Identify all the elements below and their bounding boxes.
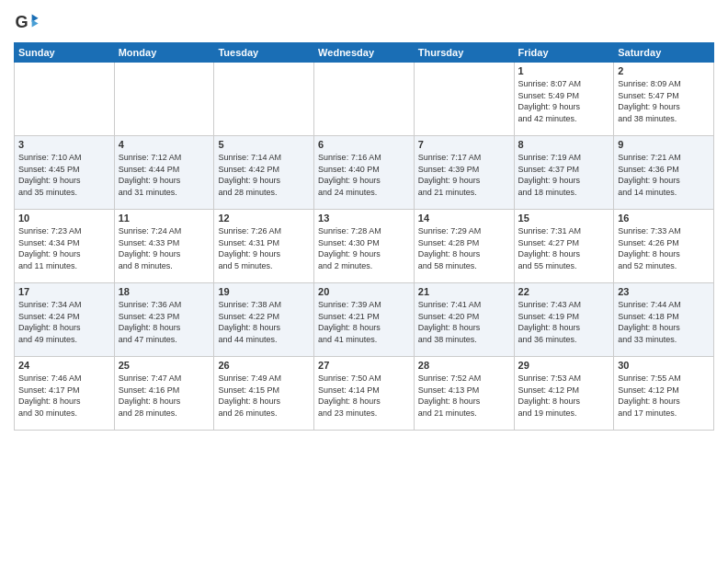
calendar-cell: 7Sunrise: 7:17 AM Sunset: 4:39 PM Daylig… (414, 136, 514, 210)
day-header-sunday: Sunday (15, 43, 115, 63)
day-header-tuesday: Tuesday (214, 43, 314, 63)
day-number: 5 (218, 139, 310, 150)
day-header-friday: Friday (514, 43, 614, 63)
day-header-thursday: Thursday (414, 43, 514, 63)
calendar-cell (414, 63, 514, 136)
calendar-table: SundayMondayTuesdayWednesdayThursdayFrid… (14, 42, 714, 431)
day-number: 15 (518, 213, 610, 224)
day-info: Sunrise: 7:39 AM Sunset: 4:21 PM Dayligh… (318, 299, 410, 345)
calendar-cell: 5Sunrise: 7:14 AM Sunset: 4:42 PM Daylig… (214, 136, 314, 210)
day-info: Sunrise: 7:47 AM Sunset: 4:16 PM Dayligh… (119, 373, 210, 419)
day-info: Sunrise: 7:49 AM Sunset: 4:15 PM Dayligh… (218, 373, 310, 419)
calendar-cell: 18Sunrise: 7:36 AM Sunset: 4:23 PM Dayli… (114, 283, 214, 357)
day-number: 30 (618, 360, 710, 371)
calendar-cell: 9Sunrise: 7:21 AM Sunset: 4:36 PM Daylig… (614, 136, 714, 210)
calendar-cell: 17Sunrise: 7:34 AM Sunset: 4:24 PM Dayli… (15, 283, 115, 357)
day-number: 24 (18, 360, 110, 371)
day-info: Sunrise: 7:31 AM Sunset: 4:27 PM Dayligh… (518, 225, 610, 271)
day-number: 13 (318, 213, 410, 224)
calendar-cell: 21Sunrise: 7:41 AM Sunset: 4:20 PM Dayli… (414, 283, 514, 357)
calendar-cell: 12Sunrise: 7:26 AM Sunset: 4:31 PM Dayli… (214, 210, 314, 283)
week-row-4: 24Sunrise: 7:46 AM Sunset: 4:17 PM Dayli… (15, 357, 714, 431)
day-number: 17 (18, 286, 110, 297)
day-info: Sunrise: 7:38 AM Sunset: 4:22 PM Dayligh… (218, 299, 310, 345)
day-number: 3 (18, 139, 110, 150)
day-number: 26 (218, 360, 310, 371)
day-info: Sunrise: 7:33 AM Sunset: 4:26 PM Dayligh… (618, 225, 710, 271)
page-container: G SundayMondayTuesdayWednesdayThursdayFr… (0, 0, 728, 440)
day-number: 28 (418, 360, 510, 371)
calendar-cell: 19Sunrise: 7:38 AM Sunset: 4:22 PM Dayli… (214, 283, 314, 357)
day-info: Sunrise: 7:23 AM Sunset: 4:34 PM Dayligh… (18, 225, 110, 271)
day-number: 22 (518, 286, 610, 297)
day-info: Sunrise: 7:24 AM Sunset: 4:33 PM Dayligh… (119, 225, 210, 271)
calendar-cell: 1Sunrise: 8:07 AM Sunset: 5:49 PM Daylig… (514, 63, 614, 136)
day-info: Sunrise: 7:10 AM Sunset: 4:45 PM Dayligh… (18, 152, 110, 198)
calendar-cell: 10Sunrise: 7:23 AM Sunset: 4:34 PM Dayli… (15, 210, 115, 283)
calendar-cell (114, 63, 214, 136)
day-number: 2 (618, 65, 710, 76)
calendar-cell: 3Sunrise: 7:10 AM Sunset: 4:45 PM Daylig… (15, 136, 115, 210)
calendar-cell: 6Sunrise: 7:16 AM Sunset: 4:40 PM Daylig… (314, 136, 415, 210)
day-info: Sunrise: 7:46 AM Sunset: 4:17 PM Dayligh… (18, 373, 110, 419)
logo: G (14, 9, 41, 35)
day-info: Sunrise: 7:12 AM Sunset: 4:44 PM Dayligh… (119, 152, 210, 198)
calendar-cell: 25Sunrise: 7:47 AM Sunset: 4:16 PM Dayli… (114, 357, 214, 431)
calendar-cell: 15Sunrise: 7:31 AM Sunset: 4:27 PM Dayli… (514, 210, 614, 283)
calendar-cell: 4Sunrise: 7:12 AM Sunset: 4:44 PM Daylig… (114, 136, 214, 210)
day-number: 21 (418, 286, 510, 297)
day-number: 19 (218, 286, 310, 297)
day-number: 4 (119, 139, 210, 150)
day-number: 29 (518, 360, 610, 371)
calendar-cell: 22Sunrise: 7:43 AM Sunset: 4:19 PM Dayli… (514, 283, 614, 357)
day-number: 25 (119, 360, 210, 371)
day-number: 18 (119, 286, 210, 297)
week-row-0: 1Sunrise: 8:07 AM Sunset: 5:49 PM Daylig… (15, 63, 714, 136)
svg-text:G: G (15, 13, 28, 31)
day-info: Sunrise: 7:17 AM Sunset: 4:39 PM Dayligh… (418, 152, 510, 198)
day-number: 23 (618, 286, 710, 297)
calendar-cell: 16Sunrise: 7:33 AM Sunset: 4:26 PM Dayli… (614, 210, 714, 283)
calendar-cell (214, 63, 314, 136)
day-header-monday: Monday (114, 43, 214, 63)
calendar-cell (15, 63, 115, 136)
calendar-cell: 2Sunrise: 8:09 AM Sunset: 5:47 PM Daylig… (614, 63, 714, 136)
day-header-wednesday: Wednesday (314, 43, 415, 63)
day-number: 27 (318, 360, 410, 371)
week-row-2: 10Sunrise: 7:23 AM Sunset: 4:34 PM Dayli… (15, 210, 714, 283)
calendar-cell: 26Sunrise: 7:49 AM Sunset: 4:15 PM Dayli… (214, 357, 314, 431)
day-number: 6 (318, 139, 410, 150)
day-info: Sunrise: 7:26 AM Sunset: 4:31 PM Dayligh… (218, 225, 310, 271)
day-info: Sunrise: 7:52 AM Sunset: 4:13 PM Dayligh… (418, 373, 510, 419)
calendar-header-row: SundayMondayTuesdayWednesdayThursdayFrid… (15, 43, 714, 63)
day-info: Sunrise: 7:34 AM Sunset: 4:24 PM Dayligh… (18, 299, 110, 345)
day-info: Sunrise: 7:29 AM Sunset: 4:28 PM Dayligh… (418, 225, 510, 271)
day-number: 12 (218, 213, 310, 224)
calendar-cell: 28Sunrise: 7:52 AM Sunset: 4:13 PM Dayli… (414, 357, 514, 431)
day-info: Sunrise: 7:28 AM Sunset: 4:30 PM Dayligh… (318, 225, 410, 271)
day-info: Sunrise: 7:41 AM Sunset: 4:20 PM Dayligh… (418, 299, 510, 345)
day-info: Sunrise: 7:16 AM Sunset: 4:40 PM Dayligh… (318, 152, 410, 198)
calendar-cell: 8Sunrise: 7:19 AM Sunset: 4:37 PM Daylig… (514, 136, 614, 210)
calendar-cell: 23Sunrise: 7:44 AM Sunset: 4:18 PM Dayli… (614, 283, 714, 357)
calendar-cell: 20Sunrise: 7:39 AM Sunset: 4:21 PM Dayli… (314, 283, 415, 357)
day-info: Sunrise: 7:19 AM Sunset: 4:37 PM Dayligh… (518, 152, 610, 198)
day-number: 16 (618, 213, 710, 224)
day-info: Sunrise: 7:44 AM Sunset: 4:18 PM Dayligh… (618, 299, 710, 345)
day-number: 20 (318, 286, 410, 297)
calendar-cell: 30Sunrise: 7:55 AM Sunset: 4:12 PM Dayli… (614, 357, 714, 431)
day-info: Sunrise: 7:14 AM Sunset: 4:42 PM Dayligh… (218, 152, 310, 198)
day-number: 9 (618, 139, 710, 150)
svg-marker-2 (32, 19, 39, 27)
day-info: Sunrise: 7:43 AM Sunset: 4:19 PM Dayligh… (518, 299, 610, 345)
day-number: 10 (18, 213, 110, 224)
day-number: 8 (518, 139, 610, 150)
week-row-3: 17Sunrise: 7:34 AM Sunset: 4:24 PM Dayli… (15, 283, 714, 357)
day-info: Sunrise: 7:21 AM Sunset: 4:36 PM Dayligh… (618, 152, 710, 198)
day-info: Sunrise: 8:09 AM Sunset: 5:47 PM Dayligh… (618, 78, 710, 124)
day-number: 14 (418, 213, 510, 224)
calendar-cell: 14Sunrise: 7:29 AM Sunset: 4:28 PM Dayli… (414, 210, 514, 283)
day-info: Sunrise: 7:36 AM Sunset: 4:23 PM Dayligh… (119, 299, 210, 345)
week-row-1: 3Sunrise: 7:10 AM Sunset: 4:45 PM Daylig… (15, 136, 714, 210)
day-header-saturday: Saturday (614, 43, 714, 63)
